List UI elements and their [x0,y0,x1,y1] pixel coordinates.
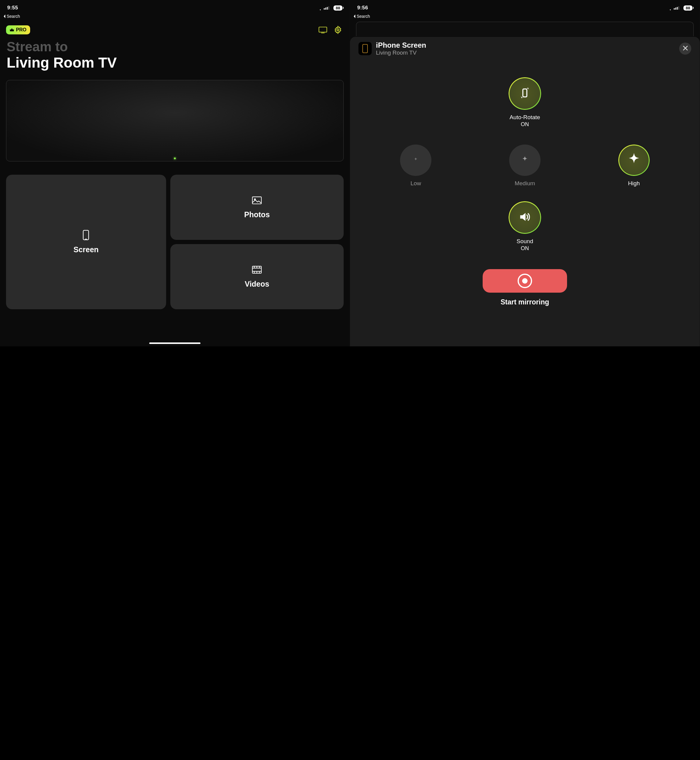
rotate-label: Auto-Rotate [509,114,540,121]
image-icon [252,195,262,207]
status-icons: 88 [670,5,692,11]
tile-screen-label: Screen [73,245,98,254]
svg-point-2 [337,29,339,31]
status-bar: 9:56 88 [350,0,700,13]
home-screen: 9:55 88 Search PRO Stream to Living Room… [0,0,350,346]
sheet-subtitle: Living Room TV [376,50,675,56]
quality-high[interactable]: High [580,144,688,187]
close-button[interactable] [679,42,691,55]
status-icons: 88 [320,5,342,11]
sparkle-large-icon [627,152,641,168]
film-icon [252,265,262,276]
mirroring-sheet-screen: 9:56 88 Search iPhone Screen Living Room… [350,0,700,346]
back-label: Search [357,14,370,19]
hero-title: Stream to Living Room TV [0,36,350,71]
cast-icon[interactable] [317,24,328,36]
tv-preview [6,80,344,161]
rotate-icon [518,86,531,101]
sound-state: ON [521,245,529,252]
sparkle-medium-icon [520,155,529,165]
cell-signal-icon [674,6,679,9]
title-sub: Stream to [7,40,343,54]
status-bar: 9:55 88 [0,0,350,13]
back-label: Search [7,14,20,19]
battery-icon: 88 [333,5,342,11]
tile-photos-label: Photos [244,210,270,219]
mirroring-sheet: iPhone Screen Living Room TV Auto-Rotate… [350,37,700,346]
svg-rect-16 [362,44,367,53]
signal-extra-dot-icon [320,9,321,10]
home-indicator[interactable] [149,342,200,344]
clock: 9:55 [7,5,18,11]
speaker-icon [518,210,531,225]
rotate-state: ON [521,121,529,128]
tv-preview-peek [356,22,694,36]
back-to-search[interactable]: Search [353,14,700,19]
signal-extra-dot-icon [670,9,671,10]
quality-low[interactable]: Low [362,144,469,187]
svg-rect-5 [253,197,262,204]
tile-videos-label: Videos [245,280,270,288]
phone-thumbnail-icon [358,42,372,55]
cell-signal-icon [324,6,329,9]
sound-label: Sound [517,238,533,245]
phone-icon [82,230,89,242]
svg-rect-3 [83,230,89,240]
battery-icon: 88 [683,5,692,11]
svg-rect-0 [319,27,327,32]
record-icon [518,274,532,288]
pro-label: PRO [16,27,27,33]
tile-screen[interactable]: Screen [6,175,166,309]
tiles-grid: Screen Photos Videos [0,161,350,309]
start-mirroring-button[interactable] [483,269,567,293]
clock: 9:56 [357,5,368,11]
sparkle-small-icon [413,157,419,163]
quality-high-label: High [628,180,640,187]
svg-rect-17 [523,89,527,97]
back-to-search[interactable]: Search [3,14,350,19]
auto-rotate-toggle[interactable]: Auto-Rotate ON [358,77,691,128]
quality-low-label: Low [411,180,421,187]
title-main: Living Room TV [7,55,343,71]
sheet-title: iPhone Screen [376,41,675,50]
start-mirroring-label: Start mirroring [500,298,549,306]
close-icon [683,45,688,52]
quality-row: Low Medium High [358,144,691,187]
pro-badge[interactable]: PRO [6,25,30,34]
settings-icon[interactable] [332,24,344,36]
tile-photos[interactable]: Photos [170,175,344,240]
quality-medium-label: Medium [515,180,535,187]
sheet-header: iPhone Screen Living Room TV [358,41,691,56]
quality-medium[interactable]: Medium [471,144,578,187]
tile-videos[interactable]: Videos [170,244,344,309]
header-row: PRO [0,19,350,36]
sound-toggle[interactable]: Sound ON [358,201,691,252]
